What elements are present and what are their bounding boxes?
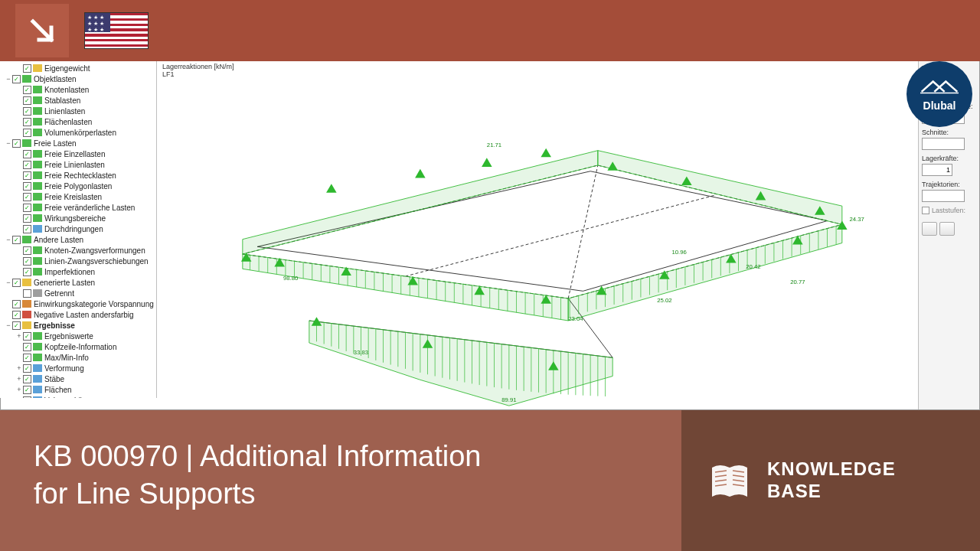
tree-item[interactable]: −✓Andere Lasten xyxy=(0,234,156,245)
tree-checkbox[interactable]: ✓ xyxy=(23,332,31,341)
tree-checkbox[interactable]: ✓ xyxy=(23,171,31,180)
tree-checkbox[interactable] xyxy=(23,289,31,298)
tree-label: Ergebnisse xyxy=(34,321,156,330)
tree-item-icon xyxy=(33,332,42,340)
tree-item[interactable]: ✓Freie Polygonlasten xyxy=(0,181,156,191)
tree-checkbox[interactable]: ✓ xyxy=(23,150,31,158)
canvas-viewport[interactable]: Lagerreaktionen [kN/m]LF1 21.7124.3710.9… xyxy=(159,61,918,409)
panel-btn-2[interactable] xyxy=(939,222,955,236)
tree-checkbox[interactable]: ✓ xyxy=(23,214,31,223)
expander-icon[interactable]: + xyxy=(15,375,23,383)
tree-item[interactable]: ✓Freie Linienlasten xyxy=(0,159,156,170)
tree-item[interactable]: Getrennt xyxy=(0,288,156,298)
tree-item-icon xyxy=(33,150,42,158)
tree-checkbox[interactable]: ✓ xyxy=(23,129,31,137)
tree-checkbox[interactable]: ✓ xyxy=(12,236,21,244)
tree-item-icon xyxy=(33,96,42,104)
tree-checkbox[interactable]: ✓ xyxy=(23,161,31,169)
expander-icon[interactable]: − xyxy=(5,139,12,147)
tree-checkbox[interactable]: ✓ xyxy=(23,268,31,276)
tree-item[interactable]: ✓Stablasten xyxy=(0,95,156,106)
tree-checkbox[interactable]: ✓ xyxy=(12,139,21,148)
tree-item[interactable]: ✓Kopfzeile-Information xyxy=(0,341,156,352)
svg-text:33.83: 33.83 xyxy=(354,349,368,356)
tree-checkbox[interactable]: ✓ xyxy=(23,396,31,399)
tree-item-icon xyxy=(33,171,42,179)
tree-item[interactable]: −✓Generierte Lasten xyxy=(0,277,156,288)
tree-checkbox[interactable]: ✓ xyxy=(23,246,31,255)
tree-checkbox[interactable]: ✓ xyxy=(23,182,31,191)
tree-checkbox[interactable]: ✓ xyxy=(12,75,21,83)
tree-item[interactable]: +✓Ergebniswerte xyxy=(0,331,156,341)
tree-item[interactable]: ✓Freie veränderliche Lasten xyxy=(0,202,156,213)
tree-checkbox[interactable]: ✓ xyxy=(23,343,31,351)
tree-item[interactable]: ✓Durchdringungen xyxy=(0,223,156,234)
tree-item[interactable]: +✓Flächen xyxy=(0,384,156,395)
expander-icon[interactable]: + xyxy=(15,364,23,372)
tree-checkbox[interactable]: ✓ xyxy=(12,300,21,308)
tree-checkbox[interactable]: ✓ xyxy=(23,375,31,383)
schnitte-label: Schnitte: xyxy=(922,129,976,136)
tree-item[interactable]: −✓Objektlasten xyxy=(0,73,156,84)
expander-icon[interactable]: − xyxy=(5,75,12,83)
tree-item[interactable]: −✓Ergebnisse xyxy=(0,320,156,331)
tree-label: Imperfektionen xyxy=(44,268,156,276)
tree-item-icon xyxy=(33,118,42,126)
tree-item[interactable]: ✓Flächenlasten xyxy=(0,116,156,127)
tree-item-icon xyxy=(33,86,42,93)
tree-item[interactable]: +✓Stäbe xyxy=(0,373,156,384)
navigator-tree[interactable]: ✓Eigengewicht−✓Objektlasten✓Knotenlasten… xyxy=(0,61,157,398)
tree-label: Wirkungsbereiche xyxy=(44,214,156,223)
tree-item[interactable]: ✓Eigengewicht xyxy=(0,63,156,73)
tree-checkbox[interactable]: ✓ xyxy=(23,193,31,201)
tree-item[interactable]: ✓Linienlasten xyxy=(0,106,156,116)
tree-checkbox[interactable]: ✓ xyxy=(23,204,31,212)
tree-item[interactable]: ✓Wirkungsbereiche xyxy=(0,213,156,223)
expander-icon[interactable]: − xyxy=(5,279,12,286)
tree-label: Flächen xyxy=(44,386,156,394)
tree-checkbox[interactable]: ✓ xyxy=(12,321,21,330)
tree-checkbox[interactable]: ✓ xyxy=(23,107,31,116)
expander-icon[interactable]: − xyxy=(5,321,12,329)
tree-item[interactable]: ✓Negative Lasten andersfarbig xyxy=(0,309,156,320)
tree-checkbox[interactable]: ✓ xyxy=(23,118,31,126)
tree-item[interactable]: ✓Max/Min-Info xyxy=(0,352,156,363)
schnitte-combo[interactable] xyxy=(922,138,965,150)
tree-checkbox[interactable]: ✓ xyxy=(23,96,31,105)
tree-item[interactable]: ✓Imperfektionen xyxy=(0,266,156,277)
tree-checkbox[interactable]: ✓ xyxy=(23,64,31,73)
expander-icon[interactable]: − xyxy=(5,236,12,243)
tree-checkbox[interactable]: ✓ xyxy=(23,364,31,373)
expander-icon[interactable]: + xyxy=(15,386,23,393)
svg-text:24.37: 24.37 xyxy=(850,216,864,223)
tree-checkbox[interactable]: ✓ xyxy=(12,279,21,287)
tree-item-icon xyxy=(33,375,42,383)
tree-item[interactable]: ✓Knoten-Zwangsverformungen xyxy=(0,245,156,256)
tree-checkbox[interactable]: ✓ xyxy=(12,311,21,319)
tree-item[interactable]: ✓Linien-Zwangsverschiebungen xyxy=(0,256,156,266)
kb-label: KNOWLEDGEBASE xyxy=(767,458,896,503)
tree-item[interactable]: ✓Einwirkungskategorie Vorspannung xyxy=(0,298,156,309)
us-flag xyxy=(84,12,149,49)
tree-checkbox[interactable]: ✓ xyxy=(23,354,31,362)
tree-checkbox[interactable]: ✓ xyxy=(23,225,31,233)
expander-icon[interactable]: + xyxy=(15,396,23,398)
tree-item[interactable]: ✓Freie Kreislasten xyxy=(0,191,156,202)
tree-item[interactable]: ✓Knotenlasten xyxy=(0,84,156,95)
tree-item[interactable]: −✓Freie Lasten xyxy=(0,138,156,148)
tree-item[interactable]: +✓Verformung xyxy=(0,363,156,373)
tree-item[interactable]: ✓Freie Rechtecklasten xyxy=(0,170,156,181)
tree-item[interactable]: ✓Freie Einzellasten xyxy=(0,148,156,159)
tree-item[interactable]: ✓Volumenkörperlasten xyxy=(0,127,156,138)
traj-combo[interactable] xyxy=(922,190,965,202)
tree-checkbox[interactable]: ✓ xyxy=(23,257,31,266)
lager-input[interactable]: 1 xyxy=(922,164,952,176)
expander-icon[interactable]: + xyxy=(15,332,23,340)
tree-item-icon xyxy=(33,257,42,265)
tree-checkbox[interactable]: ✓ xyxy=(23,86,31,94)
panel-btn-1[interactable] xyxy=(922,222,937,236)
laststufen-checkbox[interactable] xyxy=(922,207,929,214)
tree-checkbox[interactable]: ✓ xyxy=(23,386,31,394)
tree-item-icon xyxy=(22,236,31,243)
tree-item[interactable]: +✓Volumenkörper xyxy=(0,395,156,398)
